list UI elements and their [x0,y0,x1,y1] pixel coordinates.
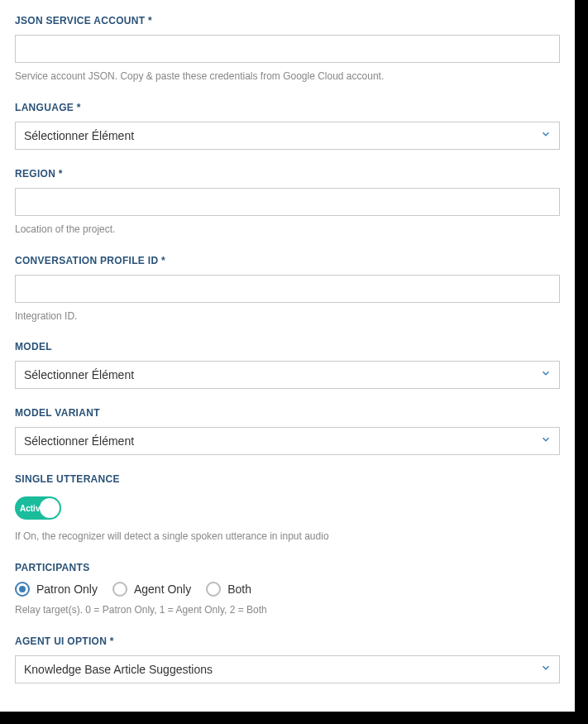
model-variant-label: MODEL VARIANT [15,407,560,419]
language-label: LANGUAGE * [15,102,560,113]
form-container: JSON SERVICE ACCOUNT * Service account J… [0,0,575,712]
participants-group: PARTICIPANTS Patron Only Agent Only Both… [15,562,560,617]
participants-radio-agent-only[interactable]: Agent Only [112,582,191,597]
conversation-profile-id-label: CONVERSATION PROFILE ID * [15,255,560,266]
json-service-account-help: Service account JSON. Copy & paste these… [15,70,560,84]
model-select[interactable]: Sélectionner Élément [15,361,560,389]
radio-label: Agent Only [134,583,191,596]
agent-ui-option-select[interactable]: Knowledge Base Article Suggestions [15,655,560,683]
agent-ui-option-selected-value: Knowledge Base Article Suggestions [24,663,213,676]
conversation-profile-id-group: CONVERSATION PROFILE ID * Integration ID… [15,255,560,324]
json-service-account-group: JSON SERVICE ACCOUNT * Service account J… [15,15,560,84]
model-variant-selected-value: Sélectionner Élément [24,434,134,448]
json-service-account-label: JSON SERVICE ACCOUNT * [15,15,560,26]
radio-label: Patron Only [36,583,98,596]
region-input[interactable] [15,188,560,216]
region-help: Location of the project. [15,223,560,237]
radio-label: Both [227,583,251,596]
single-utterance-group: SINGLE UTTERANCE Activé If On, the recog… [15,473,560,544]
participants-help: Relay target(s). 0 = Patron Only, 1 = Ag… [15,603,560,617]
conversation-profile-id-help: Integration ID. [15,309,560,324]
radio-icon [112,582,127,597]
model-variant-select[interactable]: Sélectionner Élément [15,427,560,455]
language-group: LANGUAGE * Sélectionner Élément [15,102,560,150]
json-service-account-input[interactable] [15,35,560,63]
model-group: MODEL Sélectionner Élément [15,341,560,389]
language-select[interactable]: Sélectionner Élément [15,122,560,150]
single-utterance-toggle[interactable]: Activé [15,496,61,520]
model-selected-value: Sélectionner Élément [24,368,134,381]
participants-radio-patron-only[interactable]: Patron Only [15,582,98,597]
model-label: MODEL [15,341,560,352]
participants-radio-both[interactable]: Both [206,582,251,597]
participants-label: PARTICIPANTS [15,562,560,573]
radio-icon [15,582,30,597]
toggle-knob [40,498,60,518]
language-selected-value: Sélectionner Élément [24,129,134,142]
model-variant-group: MODEL VARIANT Sélectionner Élément [15,407,560,455]
region-group: REGION * Location of the project. [15,168,560,237]
conversation-profile-id-input[interactable] [15,275,560,303]
agent-ui-option-label: AGENT UI OPTION * [15,635,560,647]
agent-ui-option-group: AGENT UI OPTION * Knowledge Base Article… [15,635,560,683]
participants-radio-row: Patron Only Agent Only Both [15,582,560,597]
region-label: REGION * [15,168,560,180]
single-utterance-label: SINGLE UTTERANCE [15,473,560,485]
radio-icon [206,582,221,597]
single-utterance-help: If On, the recognizer will detect a sing… [15,530,560,544]
